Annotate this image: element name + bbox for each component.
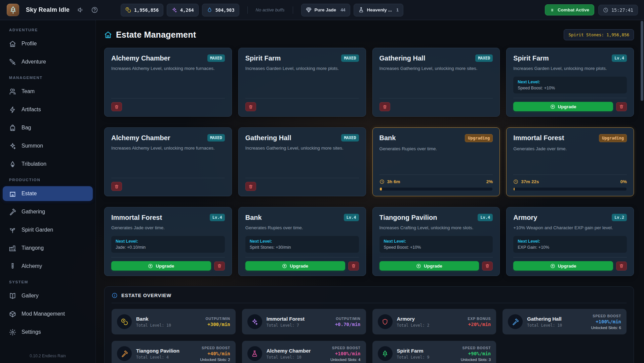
overview-icon-circle: [378, 314, 393, 329]
sidebar-item-settings[interactable]: Settings: [3, 325, 93, 339]
sidebar: ADVENTUREProfileAdventureMANAGEMENTTeamA…: [0, 20, 96, 363]
sidebar-item-estate[interactable]: Estate: [3, 186, 93, 201]
circle-arrow-up-icon: [416, 264, 421, 269]
sound-icon[interactable]: [77, 6, 84, 13]
overview-item-bank: BankTotal Level: 10OUTPUT/MIN+300/min: [112, 309, 236, 334]
sidebar-item-spirit-garden[interactable]: Spirit Garden: [3, 223, 93, 237]
droplet-icon: [207, 7, 212, 13]
consumable-chip-heavenly[interactable]: Heavenly ...1: [354, 4, 404, 16]
delete-building-button[interactable]: [379, 102, 390, 111]
sidebar-item-tribulation[interactable]: Tribulation: [3, 157, 93, 171]
delete-building-button[interactable]: [111, 182, 122, 191]
building-name: Bank: [245, 214, 262, 221]
topbar: Sky Realm Idle 1,956,8564,264504,903 No …: [0, 0, 644, 20]
level-badge: Lv.4: [344, 214, 359, 221]
upgrade-button-label: Upgrade: [156, 264, 174, 269]
next-level-effect: Jade: +0.10/min: [116, 245, 220, 250]
trash-icon: [485, 264, 490, 268]
delete-building-button[interactable]: [245, 102, 256, 111]
next-level-title: Next Level:: [116, 239, 220, 244]
next-level-effect: EXP Gain: +10%: [518, 245, 622, 250]
building-name: Spirit Farm: [245, 54, 281, 62]
building-name: Alchemy Chamber: [111, 134, 170, 142]
upgrade-progress-row: 37m 22s0%: [513, 179, 627, 184]
delete-building-button[interactable]: [111, 102, 122, 111]
overview-building-name: Gathering Hall: [527, 316, 562, 322]
combat-active-button[interactable]: Combat Active: [545, 4, 594, 15]
divider: [379, 98, 493, 98]
sidebar-item-profile[interactable]: Profile: [3, 36, 93, 51]
sidebar-item-label: Artifacts: [22, 107, 41, 113]
overview-unlocked-slots: Unlocked Slots: 4: [330, 358, 361, 362]
overview-stat-value: +90%/min: [461, 351, 491, 356]
building-description: Increases Crafting Level, unlocking more…: [379, 225, 493, 231]
building-card-gathering-hall: Gathering HallMAXEDIncreases Gathering L…: [238, 127, 366, 196]
divider: [111, 98, 225, 98]
sidebar-item-gallery[interactable]: Gallery: [3, 288, 93, 303]
upgrade-button[interactable]: Upgrade: [111, 261, 211, 271]
overview-unlocked-slots: Unlocked Slots: 6: [591, 326, 621, 330]
delete-building-button[interactable]: [616, 102, 627, 111]
sidebar-item-label: Estate: [22, 191, 37, 197]
gem-icon: [306, 7, 312, 13]
sidebar-item-alchemy[interactable]: Alchemy: [3, 259, 93, 274]
overview-item-gathering-hall: Gathering HallTotal Level: 10SPEED BOOST…: [502, 309, 627, 334]
building-card-alchemy-chamber: Alchemy ChamberMAXEDIncreases Alchemy Le…: [104, 48, 232, 117]
delete-building-button[interactable]: [482, 261, 493, 271]
overview-icon-circle: [508, 314, 523, 329]
sidebar-item-bag[interactable]: Bag: [3, 120, 93, 135]
delete-building-button[interactable]: [616, 261, 627, 271]
sidebar-item-summon[interactable]: Summon: [3, 138, 93, 153]
next-level-effect: Speed Boost: +10%: [384, 245, 489, 250]
level-badge: Lv.2: [612, 214, 627, 221]
scrollbar-thumb[interactable]: [641, 21, 643, 101]
clock-icon: [513, 179, 518, 184]
trash-icon: [217, 264, 222, 268]
overview-building-name: Bank: [136, 316, 171, 322]
building-description: Generates Rupies over time.: [379, 146, 493, 152]
time-remaining: 37m 22s: [513, 179, 539, 184]
overview-title: ESTATE OVERVIEW: [121, 293, 171, 298]
circle-arrow-up-icon: [550, 264, 555, 269]
sidebar-item-mod-management[interactable]: Mod Management: [3, 307, 93, 321]
trash-icon: [248, 105, 253, 109]
next-level-title: Next Level:: [384, 239, 489, 244]
building-description: Increases Garden Level, unlocking more p…: [513, 66, 627, 72]
divider: [111, 178, 225, 178]
delete-building-button[interactable]: [214, 261, 225, 271]
upgrade-button[interactable]: Upgrade: [513, 102, 613, 111]
upgrade-button[interactable]: Upgrade: [379, 261, 479, 271]
consumable-chips: Pure Jade44Heavenly ...1: [301, 4, 404, 16]
progress-percent: 0%: [620, 179, 627, 184]
upgrading-badge: Upgrading: [465, 134, 493, 142]
progress-bar-fill: [514, 188, 515, 191]
building-name: Tiangong Pavilion: [379, 214, 437, 221]
divider: [379, 257, 493, 257]
currency-chip[interactable]: 504,903: [202, 4, 239, 16]
consumable-chip-pure-jade[interactable]: Pure Jade44: [301, 4, 350, 16]
shield-icon: [381, 318, 389, 325]
delete-building-button[interactable]: [348, 261, 359, 271]
building-card-bank: BankUpgradingGenerates Rupies over time.…: [372, 127, 500, 196]
building-name: Gathering Hall: [379, 54, 426, 62]
app-version: 0.10.2 Endless Rain: [0, 354, 95, 363]
currency-chip[interactable]: 1,956,856: [121, 4, 163, 16]
currency-chip[interactable]: 4,264: [167, 4, 199, 16]
upgrade-button[interactable]: Upgrade: [245, 261, 345, 271]
building-card-alchemy-chamber: Alchemy ChamberMAXEDIncreases Alchemy Le…: [104, 127, 232, 196]
package-icon: [9, 311, 16, 318]
upgrade-button[interactable]: Upgrade: [513, 261, 613, 271]
sidebar-item-artifacts[interactable]: Artifacts: [3, 102, 93, 117]
sidebar-item-tiangong[interactable]: Tiangong: [3, 241, 93, 255]
overview-total-level: Total Level: 10: [267, 355, 311, 360]
sidebar-item-gathering[interactable]: Gathering: [3, 204, 93, 219]
pause-icon: [550, 8, 555, 12]
sidebar-item-team[interactable]: Team: [3, 84, 93, 99]
overview-building-name: Spirit Farm: [397, 348, 430, 354]
estate-overview-panel: ESTATE OVERVIEW BankTotal Level: 10OUTPU…: [104, 286, 634, 363]
app-logo: [7, 4, 19, 16]
help-icon[interactable]: [91, 6, 98, 13]
delete-building-button[interactable]: [245, 182, 256, 191]
sidebar-item-adventure[interactable]: Adventure: [3, 54, 93, 69]
overview-unlocked-slots: Unlocked Slots: 3: [461, 358, 491, 362]
